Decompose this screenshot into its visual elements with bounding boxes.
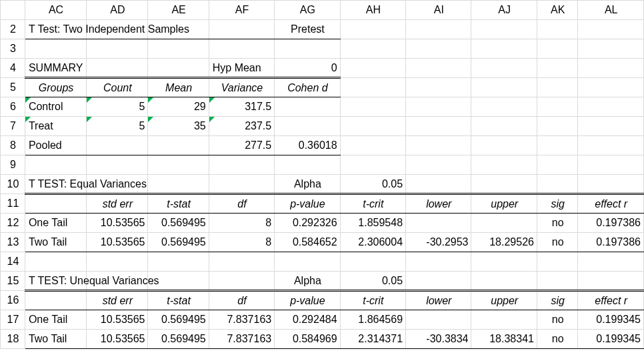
cell[interactable] [25,194,86,214]
col-header-AJ[interactable]: AJ [471,1,537,20]
cell[interactable] [25,39,86,59]
cell-control-mean[interactable]: 29 [148,97,209,117]
cell[interactable] [471,252,537,272]
row-header-17[interactable]: 17 [1,310,25,330]
cell[interactable] [471,78,537,97]
hdr-sig[interactable]: sig [537,291,578,310]
cell[interactable] [275,155,340,175]
col-header-AI[interactable]: AI [406,1,471,20]
row-header-6[interactable]: 6 [1,97,25,117]
hdr-tstat[interactable]: t-stat [148,194,209,214]
cell-un-two-lower[interactable]: -30.3834 [406,330,471,349]
col-header-AG[interactable]: AG [275,1,340,20]
row-header-14[interactable]: 14 [1,252,25,272]
hdr-df[interactable]: df [209,291,274,310]
cell-eq-two-effectr[interactable]: 0.197386 [578,233,644,252]
cell[interactable] [406,310,471,330]
cell[interactable] [340,252,405,272]
cell-eq-one-tail[interactable]: One Tail [25,214,86,233]
cell[interactable] [406,272,471,291]
cell-eq-one-tstat[interactable]: 0.569495 [148,214,209,233]
cell-un-one-tstat[interactable]: 0.569495 [148,310,209,330]
cell-un-two-tstat[interactable]: 0.569495 [148,330,209,349]
cell-eq-two-tstat[interactable]: 0.569495 [148,233,209,252]
cell[interactable] [148,252,209,272]
cell-eq-two-tcrit[interactable]: 2.306004 [340,233,405,252]
cell[interactable] [471,117,537,136]
hdr-variance[interactable]: Variance [209,78,274,97]
cell[interactable] [406,20,471,39]
row-header-13[interactable]: 13 [1,233,25,252]
cell[interactable] [340,97,405,117]
cell-un-two-upper[interactable]: 18.38341 [471,330,537,349]
row-header-15[interactable]: 15 [1,272,25,291]
row-header-5[interactable]: 5 [1,78,25,97]
cell-eq-one-df[interactable]: 8 [209,214,274,233]
cell[interactable] [578,136,644,155]
cell-control-var[interactable]: 317.5 [209,97,274,117]
col-header-AF[interactable]: AF [209,1,274,20]
cell[interactable] [471,97,537,117]
cell-un-two-tcrit[interactable]: 2.314371 [340,330,405,349]
cell[interactable] [578,175,644,194]
cell[interactable] [148,272,209,291]
cell[interactable] [537,136,578,155]
cell-un-one-stderr[interactable]: 10.53565 [87,310,148,330]
cell[interactable] [578,272,644,291]
hdr-lower[interactable]: lower [406,194,471,214]
cell[interactable] [537,39,578,59]
cell[interactable] [406,117,471,136]
cell-un-one-pvalue[interactable]: 0.292484 [275,310,340,330]
col-header-AK[interactable]: AK [537,1,578,20]
cell[interactable] [578,59,644,78]
cell[interactable] [537,97,578,117]
cell[interactable] [148,20,209,39]
cell-title[interactable]: T Test: Two Independent Samples [25,20,86,39]
cell[interactable] [209,39,274,59]
cell-alpha-value-eq[interactable]: 0.05 [340,175,405,194]
row-header-10[interactable]: 10 [1,175,25,194]
cell[interactable] [537,117,578,136]
cell-un-two-tail[interactable]: Two Tail [25,330,86,349]
cell-group-treat[interactable]: Treat [25,117,86,136]
cell-treat-count[interactable]: 5 [87,117,148,136]
cell[interactable] [578,78,644,97]
cell[interactable] [406,59,471,78]
hdr-mean[interactable]: Mean [148,78,209,97]
cell-treat-mean[interactable]: 35 [148,117,209,136]
hdr-groups[interactable]: Groups [25,78,86,97]
cell[interactable] [537,155,578,175]
row-header-11[interactable]: 11 [1,194,25,214]
cell[interactable] [578,97,644,117]
cell-eq-two-sig[interactable]: no [537,233,578,252]
cell-hypmean-label[interactable]: Hyp Mean [209,59,274,78]
cell-group-control[interactable]: Control [25,97,86,117]
cell-un-one-sig[interactable]: no [537,310,578,330]
hdr-tstat[interactable]: t-stat [148,291,209,310]
col-header-AE[interactable]: AE [148,1,209,20]
cell[interactable] [148,175,209,194]
hdr-pvalue[interactable]: p-value [275,291,340,310]
cell[interactable] [87,252,148,272]
cell-alpha-value-un[interactable]: 0.05 [340,272,405,291]
hdr-stderr[interactable]: std err [87,194,148,214]
cell[interactable] [537,272,578,291]
cell[interactable] [471,20,537,39]
cell-un-one-df[interactable]: 7.837163 [209,310,274,330]
cell-un-one-tail[interactable]: One Tail [25,310,86,330]
cell[interactable] [537,175,578,194]
cell-eq-one-stderr[interactable]: 10.53565 [87,214,148,233]
hdr-effectr[interactable]: effect r [578,194,644,214]
cell[interactable] [25,155,86,175]
cell[interactable] [275,39,340,59]
cell[interactable] [471,310,537,330]
cell-group-pooled[interactable]: Pooled [25,136,86,155]
cell[interactable] [537,252,578,272]
cell-treat-var[interactable]: 237.5 [209,117,274,136]
cell[interactable] [471,155,537,175]
cell[interactable] [340,39,405,59]
cell[interactable] [578,20,644,39]
hdr-sig[interactable]: sig [537,194,578,214]
cell[interactable] [87,59,148,78]
cell[interactable] [87,136,148,155]
